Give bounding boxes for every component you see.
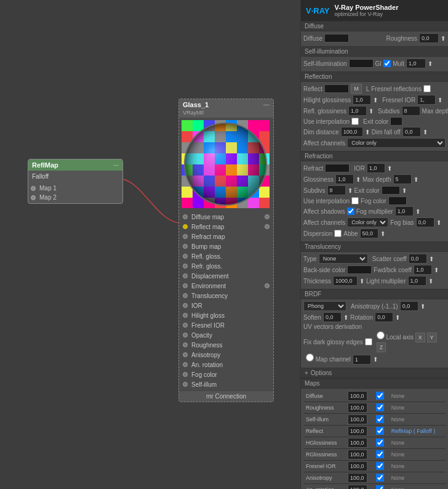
map-value-5[interactable] (348, 450, 367, 459)
fresnel-ior-input[interactable] (417, 95, 436, 105)
refract-exit-swatch[interactable] (382, 186, 400, 195)
local-axis-radio[interactable] (377, 331, 385, 339)
glass-preview (182, 120, 270, 208)
refl-subdivs-input[interactable] (402, 106, 420, 116)
map-check-5[interactable] (376, 450, 384, 458)
map-channel-radio[interactable] (306, 354, 314, 362)
slot-translucency[interactable]: Translucency (179, 291, 273, 301)
glass-title: Glass_1 VRayMtl (183, 101, 209, 116)
y-axis-btn[interactable]: Y (427, 333, 437, 342)
map-row-8: An. rotation None (303, 484, 446, 490)
map-check-1[interactable] (376, 403, 384, 411)
options-expand-icon[interactable]: + (305, 370, 308, 376)
refract-affect-channels[interactable]: Color only (347, 217, 388, 227)
fog-mult-input[interactable] (395, 206, 414, 216)
refract-maxdepth-input[interactable] (393, 174, 412, 184)
affect-channels-select[interactable]: Color only (347, 138, 446, 148)
soften-input[interactable] (323, 312, 342, 322)
refract-gloss-input[interactable] (335, 174, 354, 184)
self-illum-swatch[interactable] (349, 59, 374, 68)
rotation-input[interactable] (375, 312, 393, 322)
hilight-gloss-input[interactable] (353, 95, 371, 105)
fog-bias-input[interactable] (416, 217, 434, 227)
map-check-4[interactable] (376, 438, 384, 447)
slot-an-rotation[interactable]: An. rotation (179, 360, 273, 370)
slot-displacement[interactable]: Displacement (179, 271, 273, 281)
map-check-6[interactable] (376, 462, 384, 470)
fwd-back-input[interactable] (414, 265, 432, 275)
map-value-0[interactable] (348, 391, 367, 401)
z-axis-btn[interactable]: Z (377, 342, 386, 352)
mr-connection-bar[interactable]: mr Connection (179, 390, 273, 402)
self-illum-mult-input[interactable] (406, 59, 426, 68)
refract-ior-input[interactable] (367, 163, 385, 173)
slot-refr-gloss[interactable]: Refr. gloss. (179, 261, 273, 271)
map-check-0[interactable] (376, 392, 384, 400)
fresnel-refl-check[interactable] (423, 85, 431, 92)
map-check-7[interactable] (376, 474, 384, 482)
map-row-4: HGlossiness None (303, 437, 446, 449)
slot-fog-color[interactable]: Fog color (179, 370, 273, 379)
slot-roughness[interactable]: Roughness (179, 340, 273, 350)
map-channel-input[interactable] (353, 355, 371, 365)
back-side-swatch[interactable] (347, 265, 372, 274)
reflect-swatch[interactable] (324, 84, 349, 93)
slot-hilight-gloss[interactable]: Hilight gloss (179, 310, 273, 320)
glass-slot-list: Diffuse map Reflect map Refract map Bump… (179, 211, 273, 390)
slot-environment[interactable]: Environment (179, 281, 273, 291)
glass-node[interactable]: Glass_1 VRayMtl — Diffuse map Reflect ma… (178, 99, 274, 402)
gi-checkbox[interactable] (383, 60, 391, 67)
slot-self-illum[interactable]: Self-illum (179, 379, 273, 389)
dispersion-check[interactable] (334, 230, 342, 237)
map-check-3[interactable] (376, 427, 384, 435)
fix-dark-check[interactable] (365, 338, 372, 346)
slot-fresnel-ior[interactable]: Fresnel IOR (179, 320, 273, 330)
map-value-4[interactable] (348, 438, 367, 448)
map-value-6[interactable] (348, 461, 367, 471)
abbe-input[interactable] (360, 228, 378, 238)
slot-dot-ior (183, 303, 188, 308)
map-value-7[interactable] (348, 473, 367, 483)
use-interp-check[interactable] (351, 118, 359, 125)
reflect-m-btn[interactable]: M (351, 84, 362, 94)
reflmap-slot-map1[interactable]: Map 1 (28, 184, 122, 193)
slot-anisotropy[interactable]: Anisotropy (179, 350, 273, 360)
anisotropy-input[interactable] (400, 301, 418, 311)
map-check-2[interactable] (376, 415, 384, 423)
thickness-input[interactable] (333, 276, 358, 286)
light-mult-input[interactable] (408, 276, 426, 286)
refract-subdivs-input[interactable] (327, 185, 346, 195)
reflmap-slot-map2[interactable]: Map 2 (28, 193, 122, 202)
brdf-type-select[interactable]: Phong (303, 301, 346, 311)
refl-gloss-input[interactable] (348, 106, 367, 116)
affect-shadows-check[interactable] (347, 208, 354, 215)
slot-bump-map[interactable]: Bump map (179, 241, 273, 251)
map-value-3[interactable] (348, 426, 367, 436)
map-value-2[interactable] (348, 414, 367, 424)
diffuse-color-swatch[interactable] (324, 34, 349, 42)
translucency-type-select[interactable]: None (319, 254, 368, 264)
options-section: + Options (301, 368, 448, 379)
slot-refl-gloss[interactable]: Refl. gloss. (179, 251, 273, 261)
slot-dot-reflect (183, 224, 188, 229)
reflmap-node[interactable]: ReflMap — Falloff Map 1 Map 2 (28, 159, 123, 204)
map-check-8[interactable] (376, 485, 384, 490)
x-axis-btn[interactable]: X (415, 333, 425, 342)
slot-reflect-map[interactable]: Reflect map (179, 222, 273, 232)
maps-section: Maps Diffuse None Roughness None Self-il… (301, 379, 448, 489)
map-value-1[interactable] (348, 403, 367, 413)
slot-diffuse-map[interactable]: Diffuse map (179, 212, 273, 222)
diffuse-roughness-input[interactable] (419, 33, 439, 43)
exit-color-swatch[interactable] (390, 117, 402, 126)
dim-dist-input[interactable] (341, 127, 363, 137)
refract-swatch[interactable] (325, 164, 350, 172)
map-row-2: Self-illum None (303, 414, 446, 426)
map-value-8[interactable] (348, 485, 367, 489)
slot-opacity[interactable]: Opacity (179, 330, 273, 340)
scatter-coeff-input[interactable] (409, 254, 427, 264)
dim-falloff-input[interactable] (402, 127, 421, 137)
slot-ior[interactable]: IOR (179, 301, 273, 310)
fog-color-swatch[interactable] (388, 196, 407, 205)
refract-interp-check[interactable] (351, 197, 359, 204)
slot-refract-map[interactable]: Refract map (179, 232, 273, 241)
